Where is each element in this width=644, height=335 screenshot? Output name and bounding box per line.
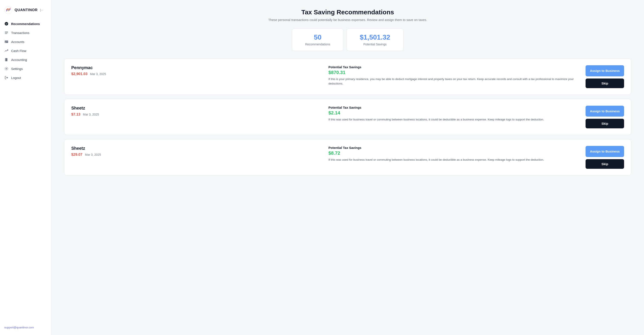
sidebar-item-transactions[interactable]: Transactions xyxy=(0,28,51,37)
stat-recommendations-count: 50 xyxy=(305,33,330,41)
recommendation-card: Sheetz $29.07 Mar 3, 2025 Potential Tax … xyxy=(64,139,631,175)
savings-amount-1: $2.14 xyxy=(328,110,577,116)
rec-left-2: Sheetz $29.07 Mar 3, 2025 xyxy=(71,146,320,157)
svg-rect-3 xyxy=(5,32,8,32)
sidebar-item-settings[interactable]: Settings xyxy=(0,64,51,73)
svg-rect-10 xyxy=(5,58,6,61)
rec-actions-1: Assign to Business Skip xyxy=(586,106,624,129)
rec-date-2: Mar 3, 2025 xyxy=(85,153,101,156)
svg-rect-5 xyxy=(5,33,7,34)
rec-right-2: Potential Tax Savings $8.72 If this was … xyxy=(328,146,577,162)
svg-point-11 xyxy=(6,68,7,69)
stats-row: 50 Recommendations $1,501.32 Potential S… xyxy=(64,28,631,51)
rec-amount-row-2: $29.07 Mar 3, 2025 xyxy=(71,153,320,157)
rec-left-1: Sheetz $7.13 Mar 3, 2025 xyxy=(71,106,320,117)
svg-rect-7 xyxy=(5,41,8,42)
collapse-icon[interactable]: |← xyxy=(40,8,44,12)
stat-recommendations-label: Recommendations xyxy=(305,42,330,46)
stat-savings-amount: $1,501.32 xyxy=(360,33,390,41)
skip-button-2[interactable]: Skip xyxy=(586,159,624,169)
sidebar-label-settings: Settings xyxy=(11,67,23,71)
book-icon xyxy=(4,57,8,62)
rec-left-0: Pennymac $2,901.03 Mar 3, 2025 xyxy=(71,65,320,76)
support-email-link[interactable]: support@quantinor.com xyxy=(4,326,34,329)
sidebar-label-accounts: Accounts xyxy=(11,40,24,44)
savings-desc-2: If this was used for business travel or … xyxy=(328,158,577,162)
savings-desc-1: If this was used for business travel or … xyxy=(328,117,577,122)
rec-merchant-0: Pennymac xyxy=(71,65,320,70)
skip-button-1[interactable]: Skip xyxy=(586,119,624,128)
svg-rect-4 xyxy=(5,32,8,33)
logo: QUANTINOR |← xyxy=(0,4,51,19)
page-subtitle: These personal transactions could potent… xyxy=(64,18,631,21)
rec-date-1: Mar 3, 2025 xyxy=(83,113,99,116)
rec-date-0: Mar 3, 2025 xyxy=(90,72,106,76)
app-name: QUANTINOR xyxy=(14,8,38,12)
rec-amount-1: $7.13 xyxy=(71,112,80,117)
savings-desc-0: If this is your primary residence, you m… xyxy=(328,77,577,86)
rec-merchant-2: Sheetz xyxy=(71,146,320,151)
recommendation-card: Pennymac $2,901.03 Mar 3, 2025 Potential… xyxy=(64,59,631,95)
support-email-container: support@quantinor.com xyxy=(0,322,51,331)
savings-amount-0: $870.31 xyxy=(328,70,577,75)
sidebar-item-cashflow[interactable]: Cash Flow xyxy=(0,46,51,55)
sidebar-label-cashflow: Cash Flow xyxy=(11,49,26,53)
sidebar-item-accounts[interactable]: Accounts xyxy=(0,37,51,46)
savings-label-2: Potential Tax Savings xyxy=(328,146,577,150)
svg-point-2 xyxy=(5,22,8,25)
assign-button-0[interactable]: Assign to Business xyxy=(586,65,624,76)
savings-amount-2: $8.72 xyxy=(328,150,577,156)
sidebar-item-logout[interactable]: Logout xyxy=(0,73,51,82)
rec-actions-2: Assign to Business Skip xyxy=(586,146,624,169)
skip-button-0[interactable]: Skip xyxy=(586,78,624,88)
sidebar-label-accounting: Accounting xyxy=(11,58,27,62)
logout-icon xyxy=(4,75,8,80)
logo-icon xyxy=(4,6,12,14)
rec-amount-0: $2,901.03 xyxy=(71,72,88,76)
trending-up-icon xyxy=(4,48,8,53)
sidebar: QUANTINOR |← Recommendations Transaction… xyxy=(0,0,52,335)
assign-button-1[interactable]: Assign to Business xyxy=(586,106,624,117)
sidebar-item-recommendations[interactable]: Recommendations xyxy=(0,19,51,28)
stat-recommendations: 50 Recommendations xyxy=(292,28,343,51)
rec-actions-0: Assign to Business Skip xyxy=(586,65,624,88)
sidebar-item-accounting[interactable]: Accounting xyxy=(0,55,51,64)
list-icon xyxy=(4,30,8,35)
savings-label-0: Potential Tax Savings xyxy=(328,65,577,69)
rec-right-1: Potential Tax Savings $2.14 If this was … xyxy=(328,106,577,122)
check-circle-icon xyxy=(4,21,8,26)
assign-button-2[interactable]: Assign to Business xyxy=(586,146,624,157)
savings-label-1: Potential Tax Savings xyxy=(328,106,577,109)
credit-card-icon xyxy=(4,39,8,44)
rec-amount-2: $29.07 xyxy=(71,153,82,157)
recommendation-card: Sheetz $7.13 Mar 3, 2025 Potential Tax S… xyxy=(64,99,631,135)
rec-amount-row-1: $7.13 Mar 3, 2025 xyxy=(71,112,320,117)
main-content: Tax Saving Recommendations These persona… xyxy=(52,0,644,335)
rec-right-0: Potential Tax Savings $870.31 If this is… xyxy=(328,65,577,86)
page-title: Tax Saving Recommendations xyxy=(64,8,631,16)
sidebar-label-recommendations: Recommendations xyxy=(11,22,40,26)
recommendations-list: Pennymac $2,901.03 Mar 3, 2025 Potential… xyxy=(64,59,631,175)
sidebar-label-logout: Logout xyxy=(11,76,21,80)
sidebar-label-transactions: Transactions xyxy=(11,31,29,35)
stat-savings: $1,501.32 Potential Savings xyxy=(346,28,403,51)
gear-icon xyxy=(4,66,8,71)
rec-amount-row-0: $2,901.03 Mar 3, 2025 xyxy=(71,72,320,76)
stat-savings-label: Potential Savings xyxy=(360,42,390,46)
rec-merchant-1: Sheetz xyxy=(71,106,320,111)
